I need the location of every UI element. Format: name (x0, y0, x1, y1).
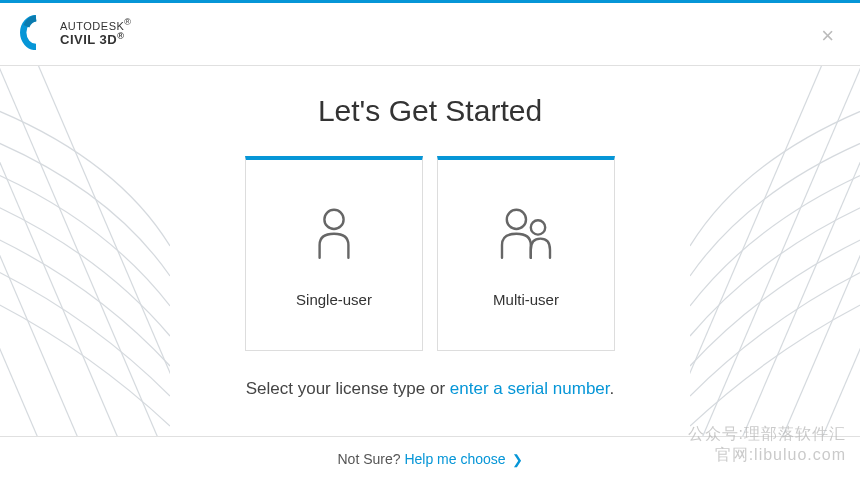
brand-line2: CIVIL 3D® (60, 32, 131, 48)
watermark: 公众号:理部落软件汇 官网:libuluo.com (688, 424, 846, 466)
header: AUTODESK® CIVIL 3D® × (0, 3, 860, 66)
svg-point-1 (507, 209, 526, 228)
multi-user-label: Multi-user (493, 291, 559, 308)
license-cards: Single-user Multi-user (245, 156, 615, 351)
main-content: Let's Get Started Single-user Multi-use (0, 66, 860, 436)
single-user-card[interactable]: Single-user (245, 156, 423, 351)
background-art-left (0, 66, 170, 436)
multi-user-icon (491, 193, 561, 273)
footer-prefix: Not Sure? (338, 451, 405, 467)
single-user-icon (299, 193, 369, 273)
background-art-right (690, 66, 860, 436)
autodesk-logo-icon (20, 15, 52, 51)
brand-text: AUTODESK® CIVIL 3D® (60, 18, 131, 47)
single-user-label: Single-user (296, 291, 372, 308)
brand-line1: AUTODESK® (60, 18, 131, 32)
close-icon[interactable]: × (821, 25, 834, 47)
select-license-text: Select your license type or enter a seri… (246, 379, 615, 399)
svg-point-2 (531, 220, 545, 234)
help-me-choose-link[interactable]: Help me choose ❯ (404, 451, 522, 467)
chevron-right-icon: ❯ (512, 452, 523, 467)
enter-serial-link[interactable]: enter a serial number (450, 379, 610, 398)
page-title: Let's Get Started (318, 94, 542, 128)
multi-user-card[interactable]: Multi-user (437, 156, 615, 351)
svg-point-0 (324, 209, 343, 228)
